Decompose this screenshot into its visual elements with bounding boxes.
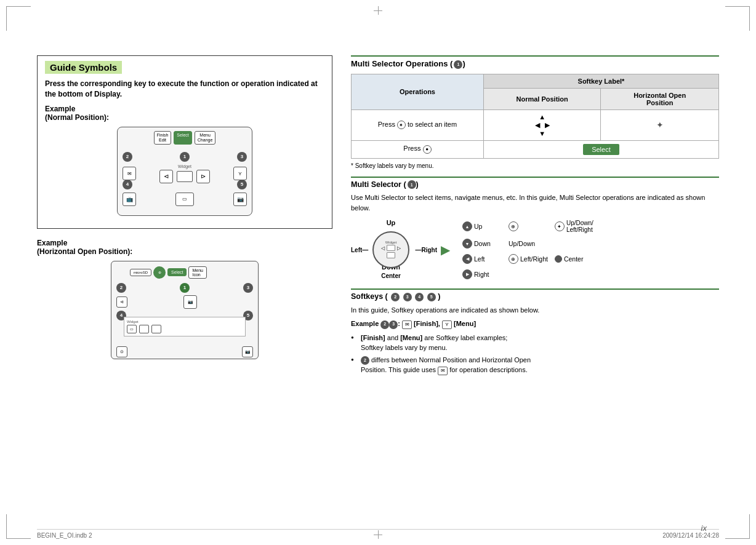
- ops-down: ▼ Down: [460, 237, 504, 250]
- left-column: Guide Symbols Press the corresponding ke…: [37, 55, 332, 514]
- horiz-select-btn[interactable]: ⊕: [153, 266, 166, 279]
- tv-btn[interactable]: 📺: [123, 193, 136, 206]
- bullet-1: [Finish] and [Menu] are Softkey label ex…: [351, 333, 719, 353]
- outer-circle: Widget ◁ ▷: [372, 231, 409, 268]
- ops-up: ▲ Up: [460, 218, 504, 235]
- right-column: Multi Selector Operations (1) Operations…: [351, 55, 719, 514]
- multi-sel-diagram: Up Left— —Right Down Center Widget ◁: [351, 218, 719, 281]
- diagram-arrow: ▶: [441, 242, 450, 257]
- camera-btn[interactable]: 📷: [233, 193, 247, 206]
- bottom-left: BEGIN_E_OI.indb 2: [37, 532, 92, 539]
- softkey-bar-normal: FinishEdit Select MenuChange: [130, 131, 239, 145]
- multi-selector-title: Multi Selector (1): [351, 177, 719, 189]
- horiz-badge-3: 3: [243, 283, 253, 293]
- badge-1: 1: [180, 152, 190, 162]
- device-horiz-wrapper: microSD ⊕ Select MenuIcon 2 1 3: [105, 261, 265, 372]
- table-header-operations: Operations: [352, 74, 484, 109]
- softkey-menu[interactable]: MenuChange: [195, 131, 216, 145]
- guide-description: Press the corresponding key to execute t…: [45, 79, 324, 100]
- dir-right-label: —Right: [415, 246, 437, 253]
- ops-left-icon: ◀: [462, 254, 472, 264]
- menu-icon-ex: Y: [442, 320, 452, 329]
- press-icon: ●: [423, 145, 432, 154]
- envelope-btn[interactable]: ✉: [123, 167, 136, 180]
- ops-grid: ▲ Up ⊕ ✦ Up/Down/Left/Right ▼ Down: [460, 218, 597, 281]
- tiny-screen2: [387, 252, 395, 258]
- main-content: Guide Symbols Press the corresponding ke…: [37, 55, 719, 514]
- ops-updown-label-cell: Up/Down: [506, 237, 550, 250]
- softkey-num-2: 2: [391, 293, 400, 301]
- ops-down-label: Down: [474, 240, 491, 247]
- horiz-box: [139, 325, 149, 333]
- horiz-badge-1: 1: [180, 283, 190, 293]
- page-number: ix: [701, 523, 707, 533]
- ops-right: ▶ Right: [460, 268, 504, 281]
- table-cell-select: Select: [483, 140, 718, 158]
- num-badge-2: 1: [408, 180, 416, 189]
- finish-icon-ex: ✉: [402, 320, 412, 329]
- dir-up-label: Up: [387, 219, 396, 226]
- table-cell-horiz1: ✦: [601, 109, 719, 140]
- horiz-select-label[interactable]: Select: [167, 268, 187, 276]
- table-footnote: * Softkey labels vary by menu.: [351, 162, 719, 169]
- horiz-icon1[interactable]: ⊲: [116, 296, 127, 308]
- ops-leftright-label: Left/Right: [520, 255, 548, 263]
- ops-up-label: Up: [474, 223, 482, 230]
- operations-table: Operations Softkey Label* Normal Positio…: [351, 74, 719, 159]
- table-row-2: Press ● Select: [352, 140, 719, 158]
- softkey-select[interactable]: Select: [174, 131, 191, 145]
- multi-sel-icon-inline: ✦: [397, 121, 406, 129]
- ops-leftright-icon: ⊕: [509, 254, 518, 264]
- ops-left-label: Left: [474, 255, 485, 263]
- softkey-num-3: 3: [403, 293, 412, 301]
- badge-3: 3: [237, 152, 247, 162]
- multi-selector-ops-title: Multi Selector Operations (1): [351, 55, 719, 69]
- badge-2: 2: [123, 152, 132, 162]
- left-arrow: ◁: [381, 245, 385, 251]
- horiz-badge-2: 2: [116, 283, 126, 293]
- horiz-menu-icon[interactable]: MenuIcon: [188, 266, 207, 279]
- ops-left: ◀ Left: [460, 252, 504, 266]
- horiz-bottom1[interactable]: ⊙: [116, 346, 127, 357]
- horiz-bottom2[interactable]: 📷: [242, 346, 253, 357]
- horiz-microsd[interactable]: microSD: [130, 269, 151, 276]
- nav-arrows: ▲ ◀ ▶ ▼: [489, 113, 595, 137]
- ex-num-3: 3: [389, 320, 398, 329]
- horiz-box2: [151, 325, 161, 333]
- ops-alldir: ✦ Up/Down/Left/Right: [552, 218, 597, 235]
- softkeys-title: Softkeys ( 2 3 4 5 ): [351, 288, 719, 301]
- corner-tr: [725, 6, 750, 31]
- screen-btn[interactable]: ▭: [175, 193, 194, 206]
- table-header-softkey: Softkey Label*: [483, 74, 718, 88]
- ops-alldir-icon: ✦: [555, 221, 565, 231]
- device-normal-container: FinishEdit Select MenuChange 2 1 3: [45, 127, 324, 216]
- ops-up-icon: ▲: [462, 221, 472, 231]
- horiz-camera[interactable]: 📷: [183, 295, 197, 309]
- badges-row: 2 1 3: [123, 152, 247, 162]
- softkeys-example: Example 23: ✉ [Finish], Y [Menu]: [351, 319, 719, 329]
- arrow-row: ◀ ▶: [535, 121, 550, 129]
- table-header-normal: Normal Position: [483, 88, 600, 109]
- softkey-finish[interactable]: FinishEdit: [154, 131, 172, 145]
- bullet2-num: 2: [361, 356, 369, 365]
- softkey-num-5: 5: [427, 293, 436, 301]
- cross-top: [374, 6, 382, 15]
- ops-center-icon: [555, 255, 562, 263]
- sel-center: Widget ◁ ▷: [372, 231, 409, 268]
- device-horiz-container: microSD ⊕ Select MenuIcon 2 1 3: [37, 261, 332, 372]
- device-horiz: microSD ⊕ Select MenuIcon 2 1 3: [111, 261, 259, 359]
- badge-4: 4: [123, 180, 132, 189]
- table-header-horiz: Horizontal OpenPosition: [601, 88, 719, 109]
- table-cell-op2: Press ●: [352, 140, 484, 158]
- dir-center2-label: Center: [381, 272, 401, 279]
- ops-updown-icon-cell: ⊕: [506, 218, 550, 235]
- inner-icons: ◁ ▷: [381, 245, 401, 251]
- guide-symbols-box: Guide Symbols Press the corresponding ke…: [37, 55, 332, 229]
- example2-label: Example(Horizontal Open Position):: [37, 239, 332, 256]
- ops-alldir-label: Up/Down/Left/Right: [566, 220, 593, 233]
- y-btn[interactable]: Y: [233, 167, 247, 180]
- table-cell-op1: Press ✦ to select an item: [352, 109, 484, 140]
- softkeys-desc: In this guide, Softkey operations are in…: [351, 305, 719, 316]
- tiny-screen: [387, 245, 395, 251]
- ops-leftright-icon-cell: ⊕ Left/Right: [506, 252, 550, 266]
